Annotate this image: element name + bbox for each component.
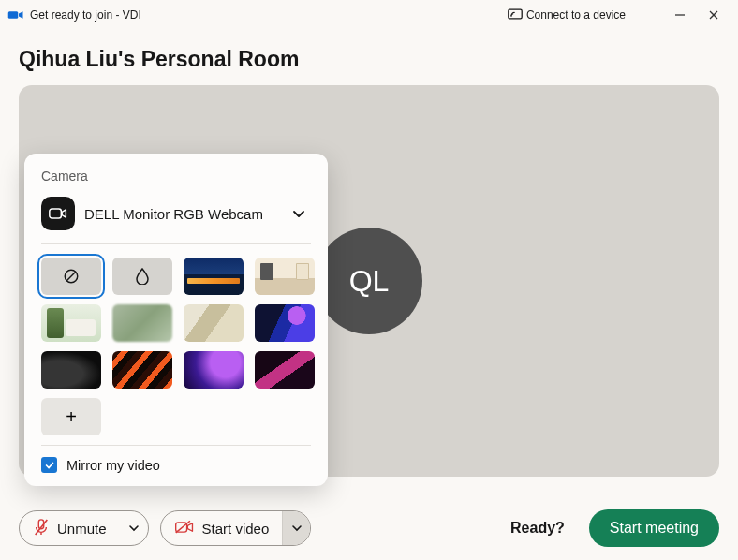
camera-section-label: Camera	[41, 169, 311, 184]
bottom-bar: Unmute Start video Ready? Start meeting	[0, 496, 738, 560]
camera-selector[interactable]: DELL Monitor RGB Webcam	[41, 197, 311, 244]
window-title: Get ready to join - VDI	[30, 8, 141, 22]
check-icon	[44, 460, 55, 471]
background-add[interactable]: +	[41, 398, 101, 435]
svg-rect-6	[50, 209, 62, 218]
chevron-down-icon	[128, 524, 140, 532]
unmute-label: Unmute	[57, 521, 107, 537]
chevron-down-icon	[291, 524, 303, 532]
chevron-down-icon[interactable]	[287, 201, 311, 226]
unmute-options[interactable]	[120, 511, 148, 545]
connect-device-label: Connect to a device	[526, 8, 626, 22]
background-image-2[interactable]	[255, 258, 315, 295]
start-video-button[interactable]: Start video	[160, 510, 312, 546]
svg-line-8	[66, 272, 76, 281]
plus-icon: +	[66, 406, 77, 428]
svg-rect-1	[509, 9, 522, 19]
camera-icon	[41, 197, 75, 230]
svg-point-2	[510, 15, 512, 17]
background-image-3[interactable]	[41, 304, 101, 342]
camera-name: DELL Monitor RGB Webcam	[84, 206, 277, 222]
background-grid: +	[41, 244, 311, 445]
page-title: Qihua Liu's Personal Room	[0, 30, 738, 85]
background-image-9[interactable]	[184, 351, 244, 389]
camera-settings-panel: Camera DELL Monitor RGB Webcam	[24, 154, 328, 486]
ready-label: Ready?	[510, 520, 565, 537]
svg-rect-0	[8, 11, 19, 19]
avatar-initials: QL	[349, 264, 390, 299]
background-image-4[interactable]	[112, 304, 172, 342]
background-image-5[interactable]	[184, 304, 244, 342]
mirror-video-row[interactable]: Mirror my video	[41, 445, 311, 473]
start-meeting-button[interactable]: Start meeting	[589, 509, 719, 547]
none-icon	[63, 268, 80, 285]
app-icon	[7, 8, 24, 22]
unmute-button[interactable]: Unmute	[19, 510, 149, 546]
mirror-label: Mirror my video	[66, 458, 160, 473]
blur-icon	[136, 268, 149, 285]
connect-device-button[interactable]: Connect to a device	[508, 8, 626, 22]
title-bar: Get ready to join - VDI Connect to a dev…	[0, 0, 738, 30]
cast-icon	[508, 8, 523, 22]
window-minimize-button[interactable]	[663, 2, 697, 28]
background-image-7[interactable]	[41, 351, 101, 389]
mirror-checkbox[interactable]	[41, 457, 57, 473]
background-image-6[interactable]	[255, 304, 315, 342]
start-video-label: Start video	[202, 521, 270, 537]
mic-off-icon	[33, 518, 50, 539]
background-image-1[interactable]	[184, 258, 244, 295]
window-close-button[interactable]	[697, 2, 731, 28]
video-off-icon	[174, 520, 195, 538]
avatar: QL	[316, 228, 422, 334]
video-options[interactable]	[282, 511, 310, 545]
background-image-8[interactable]	[112, 351, 172, 389]
background-blur[interactable]	[112, 258, 172, 295]
background-image-10[interactable]	[255, 351, 315, 389]
background-none[interactable]	[41, 258, 101, 295]
